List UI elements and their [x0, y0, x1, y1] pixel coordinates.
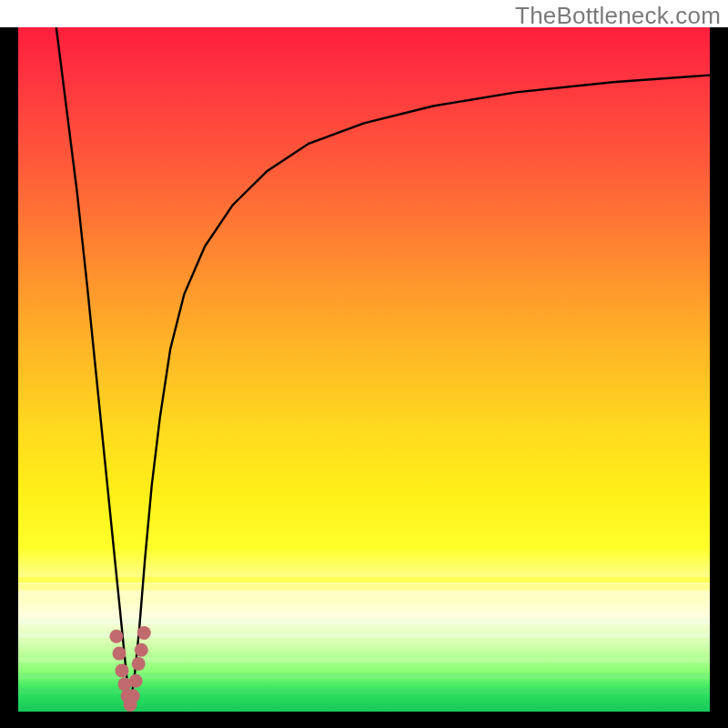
- curve-layer: [18, 27, 710, 712]
- watermark-text: TheBottleneck.com: [515, 2, 721, 30]
- dip-bead: [109, 630, 123, 643]
- chart-stage: TheBottleneck.com: [0, 0, 728, 728]
- dip-markers: [109, 626, 150, 712]
- dip-bead: [132, 657, 146, 671]
- dip-bead: [113, 647, 126, 661]
- dip-bead: [137, 626, 151, 640]
- plot-area: [18, 27, 710, 712]
- dip-bead: [135, 643, 148, 657]
- curve-left: [56, 27, 130, 705]
- curve-right: [130, 76, 710, 705]
- dip-bead: [126, 689, 140, 703]
- dip-bead: [129, 674, 143, 688]
- dip-bead: [116, 663, 129, 677]
- chart-frame: [0, 27, 728, 728]
